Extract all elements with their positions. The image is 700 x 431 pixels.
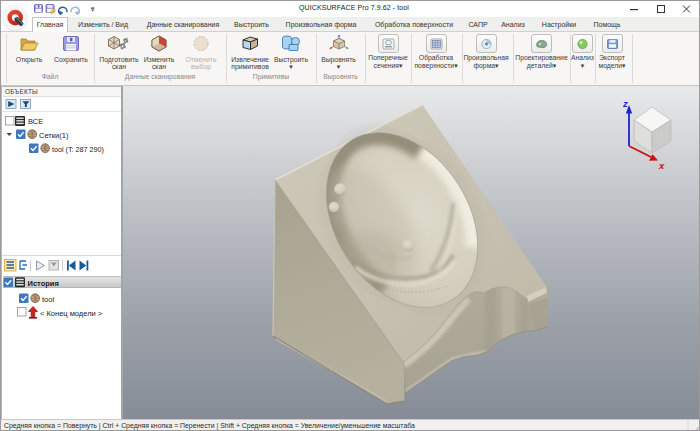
svg-text:tool (T: 287 290): tool (T: 287 290) <box>52 145 104 154</box>
svg-text:Сетки(1): Сетки(1) <box>39 131 69 140</box>
svg-text:История: История <box>28 279 59 288</box>
svg-text:z: z <box>622 98 628 109</box>
svg-text:< Конец модели >: < Конец модели > <box>40 309 103 318</box>
svg-text:ВСЕ: ВСЕ <box>28 117 43 126</box>
svg-text:tool: tool <box>42 295 54 304</box>
svg-text:x: x <box>658 160 665 171</box>
